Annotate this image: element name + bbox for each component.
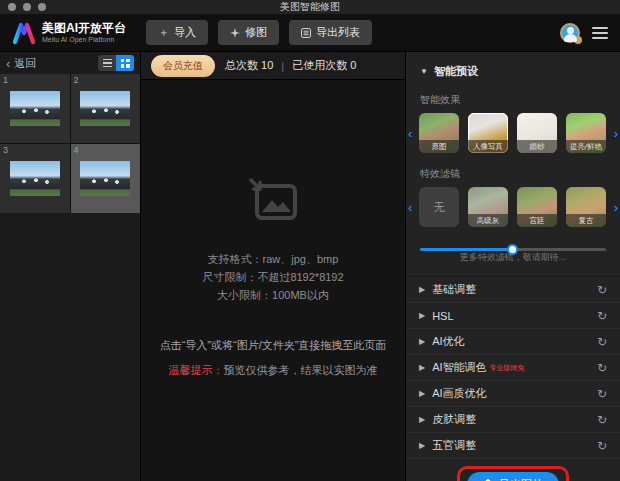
- reset-icon[interactable]: ↻: [597, 361, 607, 375]
- filters-strip: ‹ 无 高级灰 宫廷 复古 ›: [406, 187, 620, 227]
- section-basic-adjust[interactable]: ▶ 基础调整 ↻: [406, 277, 620, 303]
- chevron-right-icon: ▶: [419, 285, 425, 294]
- export-list-button[interactable]: 导出列表: [289, 20, 372, 45]
- main-area: 会员充值 总次数 10 | 已使用次数 0 支持格式：raw、jpg、bmp: [141, 52, 405, 481]
- thumbnail-number: 3: [3, 145, 8, 155]
- section-label: 皮肤调整: [432, 412, 476, 427]
- list-view-button[interactable]: [98, 55, 116, 71]
- scroll-left-icon[interactable]: ‹: [408, 201, 412, 214]
- adjustment-sections: ▶ 基础调整 ↻ ▶ HSL ↻ ▶ AI优化 ↻ ▶ AI智能调色 专: [406, 277, 620, 459]
- chevron-right-icon: ▶: [419, 441, 425, 450]
- reset-icon[interactable]: ↻: [597, 335, 607, 349]
- effect-portrait[interactable]: 人像写真: [468, 113, 508, 153]
- filter-none[interactable]: 无: [419, 187, 459, 227]
- reset-icon[interactable]: ↻: [597, 439, 607, 453]
- main-topbar: 会员充值 总次数 10 | 已使用次数 0: [141, 52, 405, 80]
- chevron-down-icon: ▼: [420, 67, 428, 76]
- app-window: 美图智能修图 美图AI开放平台 Meitu AI Open Platform: [0, 0, 620, 481]
- thumbnail-item-3[interactable]: 3: [0, 144, 70, 213]
- effect-label: 人像写真: [468, 140, 508, 153]
- chevron-right-icon: ▶: [419, 389, 425, 398]
- format-line: 支持格式：raw、jpg、bmp: [202, 250, 343, 268]
- chevron-right-icon: ▶: [419, 363, 425, 372]
- used-count: 已使用次数 0: [292, 58, 356, 73]
- toolbar: 美图AI开放平台 Meitu AI Open Platform ＋ 导入 修图 …: [0, 14, 620, 52]
- thumbnail-grid: 1 2 3 4: [0, 74, 140, 213]
- scroll-right-icon[interactable]: ›: [614, 127, 618, 140]
- brand: 美图AI开放平台 Meitu AI Open Platform: [12, 21, 126, 45]
- pro-free-badge: 专业版限免: [490, 363, 525, 373]
- import-button-label: 导入: [174, 25, 196, 40]
- effect-original[interactable]: 原图: [419, 113, 459, 153]
- list-view-icon: [103, 59, 112, 68]
- slider-handle[interactable]: [507, 244, 518, 255]
- thumbnail-item-1[interactable]: 1: [0, 74, 70, 143]
- filter-vintage[interactable]: 复古: [566, 187, 606, 227]
- section-hsl[interactable]: ▶ HSL ↻: [406, 303, 620, 329]
- thumbnail-number: 1: [3, 75, 8, 85]
- effect-wedding[interactable]: 婚纱: [517, 113, 557, 153]
- view-toggle: [98, 55, 134, 71]
- group-photo-thumbnail: [80, 91, 130, 126]
- reset-icon[interactable]: ↻: [597, 283, 607, 297]
- scroll-left-icon[interactable]: ‹: [408, 127, 412, 140]
- thumbnail-item-2[interactable]: 2: [71, 74, 141, 143]
- grid-view-button[interactable]: [116, 55, 134, 71]
- slider-fill: [420, 248, 513, 251]
- scroll-right-icon[interactable]: ›: [614, 201, 618, 214]
- retouch-button[interactable]: 修图: [218, 20, 279, 45]
- section-label: AI画质优化: [432, 386, 486, 401]
- filter-label: 复古: [566, 214, 606, 227]
- import-button[interactable]: ＋ 导入: [146, 20, 208, 45]
- reset-icon[interactable]: ↻: [597, 387, 607, 401]
- image-placeholder-icon: [247, 178, 299, 226]
- grid-view-icon: [121, 59, 130, 68]
- vip-badge-icon: [574, 36, 582, 44]
- thumbnail-item-4[interactable]: 4: [71, 144, 141, 213]
- retouch-button-label: 修图: [245, 25, 267, 40]
- effect-label: 提亮/鲜艳: [566, 140, 606, 153]
- thumbnail-number: 2: [74, 75, 79, 85]
- effects-strip: ‹ 原图 人像写真 婚纱 提亮/鲜艳 ›: [406, 113, 620, 153]
- magic-wand-icon: [230, 28, 240, 38]
- section-label: AI智能调色: [432, 360, 486, 375]
- filesize-line: 大小限制：100MB以内: [202, 286, 343, 304]
- smart-preset-header[interactable]: ▼ 智能预设: [406, 52, 620, 79]
- group-photo-thumbnail: [10, 161, 60, 196]
- filter-label: 宫廷: [517, 214, 557, 227]
- list-document-icon: [301, 28, 311, 38]
- back-button[interactable]: ‹ 返回: [6, 56, 36, 71]
- export-list-button-label: 导出列表: [316, 25, 360, 40]
- vip-recharge-button[interactable]: 会员充值: [151, 55, 215, 77]
- filter-advanced-gray[interactable]: 高级灰: [468, 187, 508, 227]
- filter-label: 高级灰: [468, 214, 508, 227]
- drop-zone[interactable]: 支持格式：raw、jpg、bmp 尺寸限制：不超过8192*8192 大小限制：…: [141, 80, 405, 481]
- section-facial-adjust[interactable]: ▶ 五官调整 ↻: [406, 433, 620, 459]
- warm-tip: 温馨提示：预览仅供参考，结果以实图为准: [169, 363, 378, 378]
- tip-label: 温馨提示：: [169, 364, 224, 376]
- section-label: 基础调整: [432, 282, 476, 297]
- section-ai-quality[interactable]: ▶ AI画质优化 ↻: [406, 381, 620, 407]
- filter-palace[interactable]: 宫廷: [517, 187, 557, 227]
- effect-brighten[interactable]: 提亮/鲜艳: [566, 113, 606, 153]
- chevron-right-icon: ▶: [419, 337, 425, 346]
- window-title: 美图智能修图: [0, 0, 620, 14]
- reset-icon[interactable]: ↻: [597, 309, 607, 323]
- smart-preset-title: 智能预设: [434, 64, 478, 79]
- export-image-label: 导出图片: [499, 477, 543, 481]
- total-count: 总次数 10: [225, 58, 273, 73]
- thumbnail-number: 4: [74, 145, 79, 155]
- reset-icon[interactable]: ↻: [597, 413, 607, 427]
- meitu-logo-icon: [12, 21, 36, 45]
- section-label: 五官调整: [432, 438, 476, 453]
- section-skin-adjust[interactable]: ▶ 皮肤调整 ↻: [406, 407, 620, 433]
- plus-icon: ＋: [158, 25, 169, 40]
- drop-hint: 点击“导入”或将“图片/文件夹”直接拖拽至此页面: [160, 338, 387, 353]
- user-avatar[interactable]: [560, 23, 580, 43]
- section-ai-optimize[interactable]: ▶ AI优化 ↻: [406, 329, 620, 355]
- chevron-left-icon: ‹: [6, 56, 10, 71]
- menu-icon[interactable]: [592, 27, 608, 39]
- export-image-button[interactable]: 导出图片: [467, 472, 559, 481]
- effect-label: 原图: [419, 140, 459, 153]
- section-ai-color[interactable]: ▶ AI智能调色 专业版限免 ↻: [406, 355, 620, 381]
